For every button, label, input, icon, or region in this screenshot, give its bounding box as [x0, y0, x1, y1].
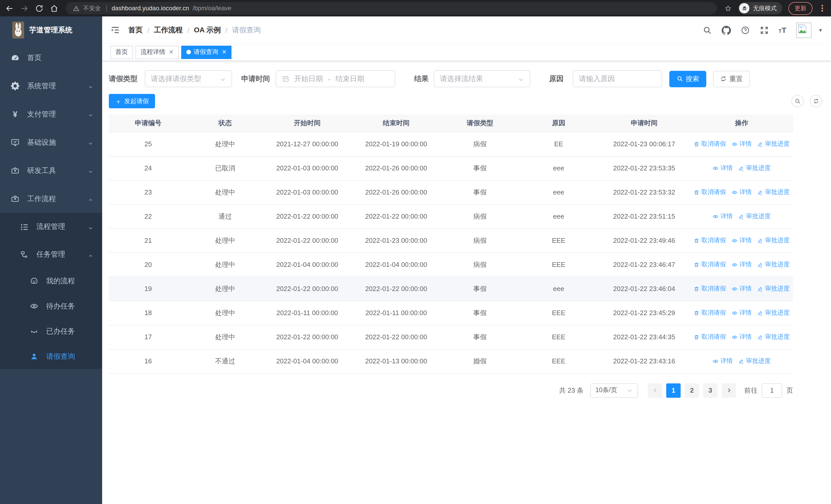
progress-link[interactable]: 审批进度 [757, 236, 790, 245]
progress-link[interactable]: 审批进度 [757, 333, 790, 341]
sidebar-item-研发工具[interactable]: 研发工具 [0, 156, 102, 185]
detail-link[interactable]: 详情 [732, 333, 752, 341]
detail-link[interactable]: 详情 [732, 236, 752, 245]
eye-icon [713, 358, 719, 364]
sidebar-item-已办任务[interactable]: 已办任务 [0, 319, 102, 344]
progress-link[interactable]: 审批进度 [738, 212, 771, 221]
tab-close-icon[interactable]: ✕ [222, 49, 226, 55]
collapse-menu-icon[interactable] [110, 25, 120, 35]
page-button-1[interactable]: 1 [666, 383, 681, 397]
start-date-placeholder[interactable]: 开始日期 [294, 74, 323, 83]
reset-button[interactable]: 重置 [713, 70, 750, 87]
progress-link[interactable]: 审批进度 [757, 188, 790, 197]
sidebar-item-首页[interactable]: 首页 [0, 43, 102, 72]
not-secure-warning-icon[interactable] [73, 5, 80, 11]
detail-link[interactable]: 详情 [732, 284, 752, 293]
sidebar-item-系统管理[interactable]: 系统管理 [0, 72, 102, 100]
help-icon[interactable] [741, 25, 750, 35]
tab-首页[interactable]: 首页 [110, 46, 133, 59]
progress-link[interactable]: 审批进度 [757, 284, 790, 293]
search-button[interactable]: 搜索 [669, 70, 706, 87]
result-select[interactable]: 请选择流结果 [434, 70, 530, 87]
cancel-leave-link[interactable]: 取消请假 [694, 236, 726, 245]
progress-link[interactable]: 审批进度 [757, 140, 790, 148]
sidebar-item-工作流程[interactable]: 工作流程 [0, 185, 102, 213]
url-host[interactable]: dashboard.yudao.iocoder.cn [112, 5, 189, 12]
flow-icon [20, 250, 29, 259]
table-body: 25处理中2021-12-27 00:00:002022-01-19 00:00… [109, 132, 793, 373]
sidebar-item-流程管理[interactable]: 流程管理 [0, 213, 102, 241]
page-size-select[interactable]: 10条/页 [590, 383, 638, 397]
security-label[interactable]: 不安全 [83, 4, 101, 12]
page-button-2[interactable]: 2 [685, 383, 699, 397]
cell-actions: 详情审批进度 [690, 156, 793, 180]
prev-page-button[interactable] [648, 383, 662, 397]
goto-page-input[interactable] [762, 383, 782, 397]
refresh-table-button[interactable] [810, 95, 822, 107]
detail-link[interactable]: 详情 [732, 188, 752, 197]
page-button-3[interactable]: 3 [703, 383, 718, 397]
sidebar-item-基础设施[interactable]: 基础设施 [0, 128, 102, 156]
monitor-icon [11, 138, 20, 147]
reload-icon[interactable] [35, 4, 44, 12]
tab-流程详情[interactable]: 流程详情✕ [136, 46, 179, 59]
avatar-caret-icon[interactable]: ▼ [818, 27, 823, 33]
browser-menu-icon[interactable] [819, 4, 826, 12]
reason-input[interactable]: 请输入原因 [573, 70, 662, 87]
fullscreen-icon[interactable] [760, 25, 769, 35]
sidebar-item-请假查询[interactable]: 请假查询 [0, 344, 102, 369]
cancel-leave-link[interactable]: 取消请假 [694, 140, 726, 148]
leave-type-select[interactable]: 请选择请假类型 [145, 70, 232, 87]
tab-label: 请假查询 [194, 48, 218, 56]
address-bar[interactable]: 不安全 dashboard.yudao.iocoder.cn /bpm/oa/l… [66, 2, 717, 14]
sidebar-item-我的流程[interactable]: 我的流程 [0, 268, 102, 294]
cell-leave-type: 事假 [441, 325, 519, 349]
avatar[interactable] [796, 22, 811, 38]
progress-link[interactable]: 审批进度 [738, 164, 771, 173]
detail-link[interactable]: 详情 [732, 140, 752, 148]
tab-close-icon[interactable]: ✕ [169, 49, 173, 55]
breadcrumb-item[interactable]: 首页 [128, 25, 143, 35]
github-icon[interactable] [722, 25, 731, 35]
cell-status: 处理中 [188, 180, 263, 204]
eye-icon [713, 213, 719, 219]
cancel-leave-link[interactable]: 取消请假 [694, 308, 726, 317]
detail-link[interactable]: 详情 [732, 308, 752, 317]
column-header: 结束时间 [352, 114, 441, 132]
detail-link[interactable]: 详情 [732, 260, 752, 269]
cell-actions: 取消请假详情审批进度 [690, 301, 793, 325]
progress-link[interactable]: 审批进度 [738, 357, 771, 365]
browser-window: 不安全 dashboard.yudao.iocoder.cn /bpm/oa/l… [0, 0, 831, 504]
next-page-button[interactable] [722, 383, 736, 397]
tab-请假查询[interactable]: 请假查询✕ [181, 46, 231, 59]
cancel-leave-link[interactable]: 取消请假 [694, 333, 726, 341]
sidebar-item-任务管理[interactable]: 任务管理 [0, 241, 102, 268]
url-path[interactable]: /bpm/oa/leave [193, 5, 231, 12]
font-size-icon[interactable]: TT [779, 26, 786, 34]
cancel-leave-link[interactable]: 取消请假 [694, 284, 726, 293]
cell-end-time: 2022-01-13 00:00:00 [352, 349, 441, 373]
back-icon[interactable] [5, 4, 14, 12]
tab-label: 流程详情 [141, 48, 165, 56]
search-icon[interactable] [703, 25, 712, 35]
progress-link[interactable]: 审批进度 [757, 308, 790, 317]
toggle-search-button[interactable] [792, 95, 804, 107]
detail-link[interactable]: 详情 [713, 212, 733, 221]
sidebar-item-待办任务[interactable]: 待办任务 [0, 294, 102, 319]
update-button[interactable]: 更新 [789, 2, 812, 14]
date-range-picker[interactable]: 开始日期 - 结束日期 [276, 70, 395, 87]
home-icon[interactable] [50, 4, 58, 12]
detail-link[interactable]: 详情 [713, 357, 733, 365]
cell-end-time: 2022-01-11 00:00:00 [352, 301, 441, 325]
detail-link[interactable]: 详情 [713, 164, 733, 173]
cancel-leave-link[interactable]: 取消请假 [694, 260, 726, 269]
bookmark-star-icon[interactable] [724, 4, 732, 12]
breadcrumb-item[interactable]: 工作流程 [154, 25, 183, 35]
forward-icon[interactable] [20, 4, 29, 12]
create-leave-button[interactable]: ＋ 发起请假 [109, 94, 155, 108]
progress-link[interactable]: 审批进度 [757, 260, 790, 269]
end-date-placeholder[interactable]: 结束日期 [336, 74, 364, 83]
sidebar-item-支付管理[interactable]: ¥支付管理 [0, 100, 102, 128]
cancel-leave-link[interactable]: 取消请假 [694, 188, 726, 197]
breadcrumb-item[interactable]: OA 示例 [194, 25, 221, 35]
